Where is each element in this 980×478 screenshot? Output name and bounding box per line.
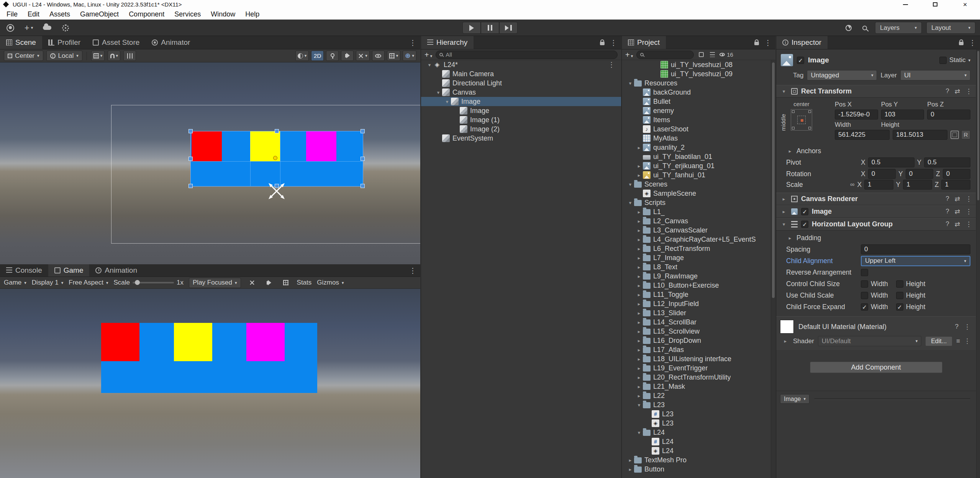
expander-icon[interactable]: ▾ (426, 62, 433, 68)
expander-icon[interactable]: ▸ (635, 301, 643, 307)
chevron-down-icon[interactable]: ▾ (968, 58, 970, 63)
inspector-scrollbar[interactable] (976, 49, 980, 478)
expander-icon[interactable]: ▸ (635, 237, 643, 242)
expander-icon[interactable]: ▸ (626, 457, 634, 463)
game-view-menu[interactable]: Game▾ (4, 279, 26, 286)
project-row[interactable]: MyAtlas (622, 134, 775, 143)
object-enabled-checkbox[interactable]: ✓ (797, 57, 804, 64)
expander-icon[interactable]: ▸ (635, 255, 643, 261)
project-row[interactable]: ▸ L21_Mask (622, 382, 775, 391)
padding-row[interactable]: ▸ Padding (776, 232, 976, 244)
tab-scene[interactable]: Scene (0, 36, 42, 49)
image-component-header[interactable]: ▸ ✓ Image ?⇄⋮ (776, 205, 976, 218)
tab-profiler[interactable]: Profiler (42, 36, 87, 49)
project-row[interactable]: ▸ L1_ (622, 207, 775, 216)
project-row[interactable]: ▾ L24 (622, 428, 775, 437)
expander-icon[interactable]: ▸ (635, 218, 643, 224)
expander-icon[interactable]: ▸ (635, 338, 643, 344)
presets-icon[interactable]: ⇄ (955, 220, 960, 228)
selection-handle[interactable] (188, 184, 193, 188)
hierarchy-row[interactable]: Image (1) (421, 115, 621, 124)
presets-icon[interactable]: ⇄ (955, 87, 960, 95)
pause-button[interactable] (481, 22, 499, 34)
close-button[interactable]: × (950, 0, 980, 9)
menu-item[interactable]: Window (206, 10, 240, 18)
expander-icon[interactable]: ▸ (786, 235, 794, 241)
expander-icon[interactable]: ▾ (626, 182, 634, 187)
presets-icon[interactable]: ⇄ (955, 195, 960, 203)
move-gizmo[interactable] (268, 183, 285, 200)
hierarchy-row[interactable]: Image (421, 106, 621, 115)
tab-console[interactable]: Console (0, 264, 48, 277)
scale-y-field[interactable]: 1 (903, 180, 932, 190)
2d-mode-button[interactable]: 2D (311, 51, 324, 61)
expander-icon[interactable]: ▸ (635, 172, 643, 178)
project-row[interactable]: ▸ L19_EventTrigger (622, 363, 775, 373)
material-swatch[interactable] (780, 320, 794, 334)
project-row[interactable]: ▸ L18_UIListening interface (622, 354, 775, 363)
pos-z-field[interactable]: 0 (927, 110, 970, 120)
reverse-arrangement-checkbox[interactable] (861, 269, 868, 276)
hierarchy-row[interactable]: Main Camera (421, 69, 621, 79)
expander-icon[interactable]: ▾ (434, 90, 442, 95)
stats-button[interactable]: Stats (297, 279, 312, 286)
pivot-x-field[interactable]: 0.5 (868, 157, 914, 167)
image-enabled-checkbox[interactable]: ✓ (801, 208, 808, 215)
project-row[interactable]: ▸ Button (622, 465, 775, 474)
scene-viewport[interactable] (0, 62, 420, 264)
expander-icon[interactable]: ▸ (786, 148, 794, 154)
expander-icon[interactable]: ▸ (635, 384, 643, 390)
display-dropdown[interactable]: Display 1▾ (32, 279, 63, 286)
selection-handle[interactable] (361, 157, 365, 161)
aspect-dropdown[interactable]: Free Aspect▾ (69, 279, 108, 286)
create-button[interactable]: +▾ (23, 22, 34, 34)
control-width-checkbox[interactable] (861, 280, 868, 288)
width-field[interactable]: 561.4225 (835, 130, 890, 140)
step-button[interactable] (499, 22, 518, 34)
asset-bundle-dropdown[interactable]: Image▾ (780, 394, 810, 404)
project-row[interactable]: Items (622, 115, 775, 124)
project-row[interactable]: ui_TY_lvseshuzi_09 (622, 69, 775, 79)
tag-dropdown[interactable]: Untagged▾ (807, 70, 877, 80)
rotation-x-field[interactable]: 0 (868, 169, 896, 179)
grid-snapping-button[interactable]: ▾ (91, 51, 105, 61)
scene-effects-button[interactable]: ▾ (356, 51, 370, 61)
expander-icon[interactable]: ▸ (635, 319, 643, 325)
hierarchy-row[interactable]: ▾ Canvas (421, 88, 621, 97)
menu-item[interactable]: GameObject (75, 10, 124, 18)
account-button[interactable] (5, 22, 16, 34)
expander-icon[interactable]: ▸ (635, 292, 643, 298)
edit-shader-button[interactable]: Edit... (925, 336, 952, 346)
project-row[interactable]: ▾ Resources (622, 79, 775, 88)
anchor-preset-widget[interactable]: center middle (779, 101, 831, 144)
child-alignment-dropdown[interactable]: Upper Left▾ (861, 256, 970, 266)
selection-handle[interactable] (361, 184, 365, 188)
expander-icon[interactable]: ▸ (635, 356, 643, 362)
project-row[interactable]: L24 (622, 446, 775, 455)
panel-menu-icon[interactable]: ⋮ (969, 38, 976, 47)
force-expand-height-checkbox[interactable]: ✓ (896, 303, 903, 311)
lock-icon[interactable] (600, 42, 605, 45)
panel-menu-icon[interactable]: ⋮ (409, 266, 416, 275)
expander-icon[interactable]: ▾ (780, 221, 788, 227)
kebab-icon[interactable]: ⋮ (965, 208, 972, 216)
slider-thumb[interactable] (135, 280, 140, 285)
hierarchy-row[interactable]: ▾ L24* (421, 60, 621, 69)
project-row[interactable]: ▸ L3_CanvasScaler (622, 226, 775, 235)
mute-audio-button[interactable] (263, 277, 275, 288)
expander-icon[interactable]: ▸ (635, 347, 643, 353)
kebab-icon[interactable]: ⋮ (965, 195, 972, 203)
tab-animation[interactable]: Animation (89, 264, 143, 277)
project-row[interactable]: SampleScene (622, 189, 775, 198)
project-row[interactable]: ▸ TextMesh Pro (622, 455, 775, 465)
expander-icon[interactable]: ▸ (635, 145, 643, 151)
undo-history-button[interactable] (843, 22, 854, 34)
gizmos-dropdown[interactable]: Gizmos▾ (317, 279, 344, 286)
project-row[interactable]: LaserShoot (622, 124, 775, 134)
add-component-button[interactable]: Add Component (810, 362, 942, 373)
camera-gizmo-dropdown[interactable]: ⊕▾ (403, 51, 416, 61)
hidden-count[interactable]: 16 (719, 51, 733, 58)
expander-icon[interactable]: ▾ (626, 80, 634, 86)
selection-handle[interactable] (188, 129, 193, 133)
shader-dropdown[interactable]: UI/Default▾ (818, 336, 921, 346)
